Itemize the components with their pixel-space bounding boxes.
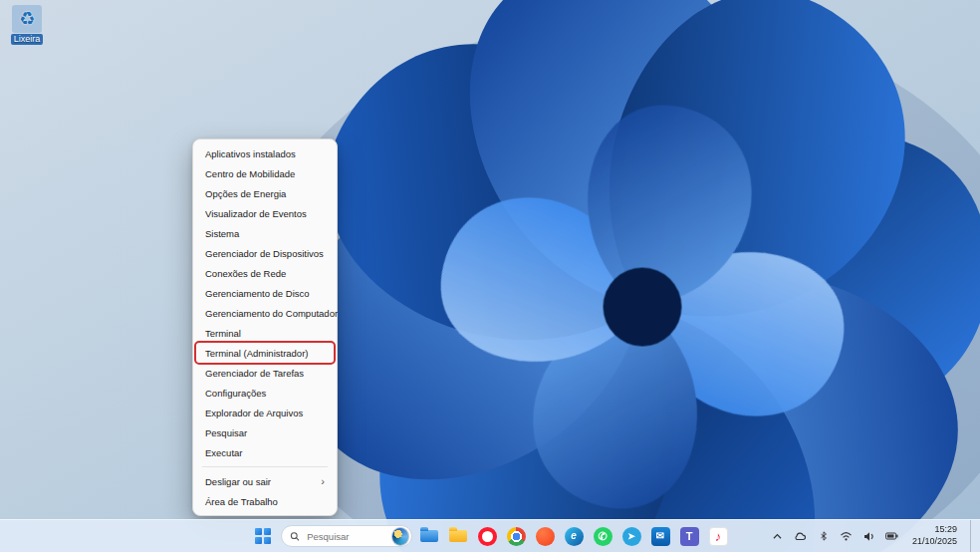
menu-item-file-explorer[interactable]: Explorador de Arquivos xyxy=(196,403,334,422)
taskbar-app-whatsapp[interactable]: ✆ xyxy=(591,524,614,548)
chevron-right-icon: › xyxy=(321,476,325,487)
menu-separator xyxy=(202,466,328,467)
wifi-tray-icon[interactable] xyxy=(840,528,854,544)
wallpaper-bloom xyxy=(0,0,980,552)
desktop: ♻ Lixeira Aplicativos instalados Centro … xyxy=(0,0,980,552)
taskbar: e ✆ ➤ ✉ T ♪ xyxy=(0,519,980,552)
menu-item-run[interactable]: Executar xyxy=(196,442,334,462)
menu-item-network-connections[interactable]: Conexões de Rede xyxy=(196,263,334,283)
battery-icon xyxy=(885,532,898,540)
outlook-icon: ✉ xyxy=(651,527,670,546)
search-highlight-image[interactable] xyxy=(391,527,409,546)
clock-date: 21/10/2025 xyxy=(912,536,957,548)
onedrive-tray-icon[interactable] xyxy=(794,528,808,544)
menu-item-task-manager[interactable]: Gerenciador de Tarefas xyxy=(196,363,334,383)
windows-logo-icon xyxy=(255,528,271,544)
winx-context-menu: Aplicativos instalados Centro de Mobilid… xyxy=(192,138,338,516)
taskbar-app-folder[interactable] xyxy=(446,524,470,548)
menu-item-terminal-admin[interactable]: Terminal (Administrador) xyxy=(196,343,334,363)
volume-tray-icon[interactable] xyxy=(862,528,876,544)
menu-item-disk-management[interactable]: Gerenciamento de Disco xyxy=(196,283,334,303)
taskbar-app-outlook[interactable]: ✉ xyxy=(648,524,672,548)
recycle-bin-label: Lixeira xyxy=(11,34,44,45)
menu-item-terminal[interactable]: Terminal xyxy=(196,323,334,343)
menu-item-device-manager[interactable]: Gerenciador de Dispositivos xyxy=(196,243,334,263)
menu-item-installed-apps[interactable]: Aplicativos instalados xyxy=(196,143,334,163)
menu-item-settings[interactable]: Configurações xyxy=(196,383,334,403)
taskbar-app-file-explorer[interactable] xyxy=(417,524,441,548)
teams-icon: T xyxy=(680,527,699,546)
chrome-icon xyxy=(507,527,526,546)
menu-item-power-options[interactable]: Opções de Energia xyxy=(196,183,334,203)
recycle-bin-shortcut[interactable]: ♻ Lixeira xyxy=(4,5,50,45)
recycle-bin-icon: ♻ xyxy=(12,5,42,33)
taskbar-app-brave[interactable] xyxy=(533,524,557,548)
file-explorer-icon xyxy=(420,530,438,542)
cloud-icon xyxy=(794,531,807,541)
taskbar-app-teams[interactable]: T xyxy=(677,524,701,548)
chevron-up-icon xyxy=(772,532,783,540)
brave-icon xyxy=(536,527,555,546)
search-input[interactable] xyxy=(305,530,386,543)
start-button[interactable] xyxy=(250,523,276,549)
whatsapp-icon: ✆ xyxy=(594,527,612,546)
taskbar-center-group: e ✆ ➤ ✉ T ♪ xyxy=(250,520,730,552)
system-tray: 15:29 21/10/2025 xyxy=(771,520,974,552)
menu-item-event-viewer[interactable]: Visualizador de Eventos xyxy=(196,203,334,223)
hidden-icons-button[interactable] xyxy=(771,528,785,544)
apple-music-icon: ♪ xyxy=(709,527,728,546)
taskbar-app-chrome[interactable] xyxy=(504,524,528,548)
menu-item-search[interactable]: Pesquisar xyxy=(196,422,334,442)
battery-tray-icon[interactable] xyxy=(885,528,899,544)
folder-icon xyxy=(449,530,467,542)
telegram-icon: ➤ xyxy=(622,527,641,546)
taskbar-app-edge[interactable]: e xyxy=(562,524,586,548)
menu-item-desktop[interactable]: Área de Trabalho xyxy=(196,491,334,511)
menu-item-system[interactable]: Sistema xyxy=(196,223,334,243)
tray-clock[interactable]: 15:29 21/10/2025 xyxy=(908,524,961,547)
menu-item-computer-management[interactable]: Gerenciamento do Computador xyxy=(196,303,334,323)
taskbar-app-telegram[interactable]: ➤ xyxy=(619,524,643,548)
search-icon xyxy=(290,531,300,542)
edge-icon: e xyxy=(565,527,584,546)
menu-item-shutdown-signout[interactable]: Desligar ou sair › xyxy=(196,471,334,491)
bluetooth-tray-icon[interactable] xyxy=(817,528,831,544)
menu-item-mobility-center[interactable]: Centro de Mobilidade xyxy=(196,163,334,183)
bluetooth-icon xyxy=(819,530,829,542)
opera-icon xyxy=(478,527,497,546)
show-desktop-button[interactable] xyxy=(970,520,974,552)
clock-time: 15:29 xyxy=(934,524,957,536)
volume-icon xyxy=(863,531,874,542)
taskbar-search[interactable] xyxy=(281,525,412,547)
taskbar-app-apple-music[interactable]: ♪ xyxy=(706,524,730,548)
taskbar-app-opera[interactable] xyxy=(475,524,499,548)
wifi-icon xyxy=(840,531,853,541)
